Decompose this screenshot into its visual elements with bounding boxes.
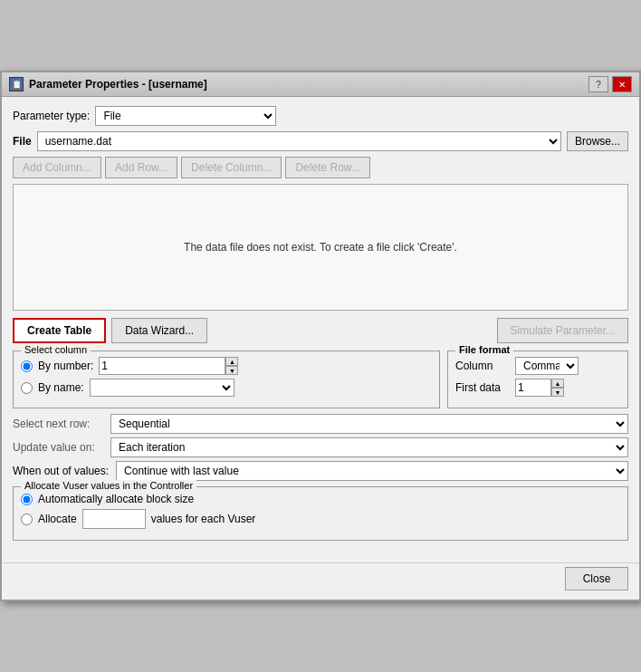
select-next-row-label: Select next row: — [13, 418, 103, 430]
first-data-up-arrow[interactable]: ▲ — [551, 379, 564, 388]
delete-row-button[interactable]: Delete Row... — [285, 157, 369, 178]
param-type-label: Parameter type: — [13, 110, 90, 122]
when-out-select[interactable]: Continue with last value Abort Vuser Cyc… — [116, 461, 628, 481]
when-out-label: When out of values: — [13, 465, 109, 477]
auto-allocate-row: Automatically allocate block size — [21, 493, 620, 505]
allocate-group: Allocate Vuser values in the Controller … — [13, 486, 628, 541]
by-number-row: By number: ▲ ▼ — [21, 357, 432, 375]
by-name-radio[interactable] — [21, 382, 33, 394]
auto-allocate-label: Automatically allocate block size — [38, 493, 194, 505]
dialog-content: Parameter type: File File username.dat B… — [2, 97, 639, 559]
auto-allocate-radio[interactable] — [21, 494, 33, 505]
by-number-down-arrow[interactable]: ▼ — [225, 366, 238, 375]
file-select[interactable]: username.dat — [37, 131, 561, 151]
main-window: 📋 Parameter Properties - [username] ? ✕ … — [0, 71, 641, 601]
by-name-select[interactable] — [90, 379, 234, 397]
select-next-row-row: Select next row: Sequential Random Uniqu… — [13, 414, 628, 434]
first-data-input[interactable] — [515, 379, 551, 397]
param-type-row: Parameter type: File — [13, 106, 628, 126]
first-data-label: First data — [455, 381, 510, 394]
manual-allocate-label: Allocate — [38, 513, 77, 525]
by-number-up-arrow[interactable]: ▲ — [225, 357, 238, 366]
allocate-title: Allocate Vuser values in the Controller — [21, 480, 196, 491]
by-name-row: By name: — [21, 379, 432, 397]
close-button[interactable]: Close — [565, 567, 628, 590]
delete-column-button[interactable]: Delete Column... — [181, 157, 282, 178]
first-data-row: First data ▲ ▼ — [455, 379, 620, 397]
add-row-button[interactable]: Add Row... — [105, 157, 177, 178]
window-title: Parameter Properties - [username] — [29, 78, 207, 91]
update-value-label: Update value on: — [13, 441, 103, 454]
manual-allocate-row: Allocate values for each Vuser — [21, 509, 620, 529]
column-format-select[interactable]: Comma Tab Space — [515, 357, 579, 375]
when-out-row: When out of values: Continue with last v… — [13, 461, 628, 481]
by-name-label: By name: — [38, 381, 84, 394]
data-area-message: The data file does not exist. To create … — [184, 241, 457, 254]
allocate-value-input[interactable] — [82, 509, 146, 529]
create-table-button[interactable]: Create Table — [13, 318, 106, 343]
file-format-title: File format — [455, 344, 513, 355]
update-value-select[interactable]: Each iteration Each occurrence Once — [110, 437, 628, 457]
update-value-row: Update value on: Each iteration Each occ… — [13, 437, 628, 457]
select-column-title: Select column — [21, 344, 91, 355]
param-type-select[interactable]: File — [95, 106, 276, 126]
data-area: The data file does not exist. To create … — [13, 184, 628, 311]
column-format-row: Column Comma Tab Space — [455, 357, 620, 375]
manual-allocate-radio[interactable] — [21, 514, 33, 525]
simulate-parameter-button[interactable]: Simulate Parameter... — [497, 318, 628, 343]
by-number-spinner: ▲ ▼ — [99, 357, 262, 375]
window-icon: 📋 — [9, 77, 24, 91]
data-wizard-button[interactable]: Data Wizard... — [111, 318, 207, 343]
first-data-spinner: ▲ ▼ — [515, 379, 564, 397]
browse-button[interactable]: Browse... — [567, 131, 628, 151]
help-button[interactable]: ? — [588, 76, 608, 92]
title-bar: 📋 Parameter Properties - [username] ? ✕ — [2, 72, 639, 97]
select-next-row-select[interactable]: Sequential Random Unique — [110, 414, 628, 434]
select-column-group: Select column By number: ▲ ▼ By name: — [13, 350, 440, 408]
file-format-group: File format Column Comma Tab Space First… — [447, 350, 628, 408]
add-column-button[interactable]: Add Column... — [13, 157, 101, 178]
by-number-label: By number: — [38, 360, 93, 372]
two-panels: Select column By number: ▲ ▼ By name: — [13, 350, 628, 408]
title-close-button[interactable]: ✕ — [612, 76, 632, 92]
column-format-label: Column — [455, 360, 510, 372]
by-number-radio[interactable] — [21, 360, 33, 372]
footer: Close — [2, 562, 639, 600]
file-label: File — [13, 135, 32, 148]
first-data-down-arrow[interactable]: ▼ — [551, 388, 564, 397]
main-buttons-row: Create Table Data Wizard... Simulate Par… — [13, 318, 628, 343]
action-buttons-row: Add Column... Add Row... Delete Column..… — [13, 157, 628, 178]
manual-allocate-suffix: values for each Vuser — [151, 513, 256, 525]
title-buttons: ? ✕ — [588, 76, 632, 92]
by-number-input[interactable] — [99, 357, 225, 375]
file-row: File username.dat Browse... — [13, 131, 628, 151]
